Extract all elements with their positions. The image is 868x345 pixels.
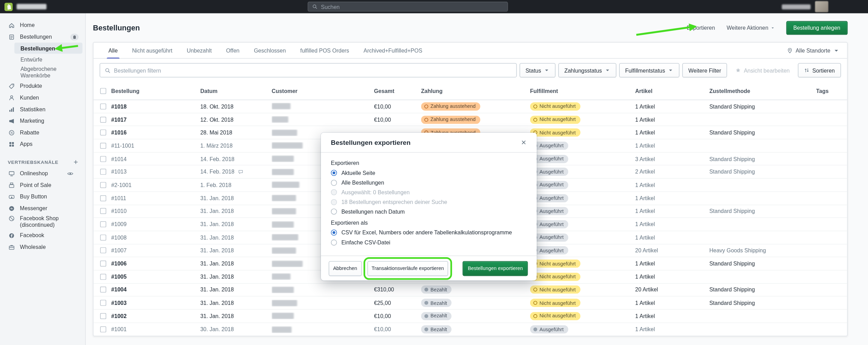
row-checkbox[interactable] — [100, 326, 107, 333]
row-checkbox[interactable] — [100, 287, 107, 293]
order-row-1001[interactable]: #100130. Jan. 2018€10,00BezahltAusgeführ… — [93, 323, 847, 336]
filter-zahlungsstatus-button[interactable]: Zahlungsstatus — [558, 63, 616, 77]
row-checkbox[interactable] — [100, 261, 107, 267]
tab-alle[interactable]: Alle — [101, 43, 125, 58]
sidebar-channel-messenger[interactable]: Messenger — [0, 203, 85, 214]
sidebar-subitem-bestellungen[interactable]: Bestellungen — [15, 43, 83, 54]
export-option-aktuelle-seite[interactable]: Aktuelle Seite — [331, 170, 527, 176]
sidebar-item-statistiken[interactable]: Statistiken — [0, 103, 85, 115]
row-checkbox[interactable] — [100, 248, 107, 254]
radio-button[interactable] — [331, 230, 337, 236]
complete-dot-icon — [424, 288, 428, 292]
export-orders-submit-button[interactable]: Bestellungen exportieren — [463, 261, 528, 276]
modal-close-button[interactable] — [521, 138, 527, 148]
location-filter[interactable]: Alle Standorte — [787, 47, 839, 54]
sidebar-channel-point-of-sale[interactable]: Point of Sale — [0, 179, 85, 191]
caret-down-icon — [544, 67, 550, 73]
row-checkbox[interactable] — [100, 234, 107, 241]
sidebar-item-label: Bestellungen — [20, 34, 71, 40]
row-checkbox[interactable] — [100, 300, 107, 306]
more-filters-button[interactable]: Weitere Filter — [682, 63, 727, 77]
tab-nicht-ausgefuhrt[interactable]: Nicht ausgeführt — [125, 43, 179, 58]
row-checkbox[interactable] — [100, 156, 107, 162]
sidebar-item-marketing[interactable]: Marketing — [0, 115, 85, 127]
format-option-einfache-csv-datei[interactable]: Einfache CSV-Datei — [331, 239, 527, 245]
chevron-down-icon — [770, 26, 774, 29]
column-header-gesamt: Gesamt — [374, 88, 421, 94]
create-order-button[interactable]: Bestellung anlegen — [786, 21, 848, 35]
sidebar-subitem-entwurfe[interactable]: Entwürfe — [0, 54, 85, 65]
search-icon — [104, 67, 111, 73]
radio-button[interactable] — [331, 239, 337, 245]
order-row-1017[interactable]: #101712. Okt. 2018€10,00Zahlung ausstehe… — [93, 113, 847, 127]
badge-label: Nicht ausgeführt — [539, 130, 576, 136]
edit-view-button[interactable]: Ansicht bearbeiten — [730, 63, 795, 77]
order-date: 31. Jan. 2018 — [200, 261, 234, 267]
tab-unbezahlt[interactable]: Unbezahlt — [179, 43, 219, 58]
order-row-1003[interactable]: #100331. Jan. 2018€25,00BezahltNicht aus… — [93, 297, 847, 310]
order-row-1018[interactable]: #101818. Okt. 2018€10,00Zahlung ausstehe… — [93, 100, 847, 113]
page-header: Bestellungen Exportieren Weitere Aktione… — [86, 13, 868, 42]
export-button[interactable]: Exportieren — [687, 25, 715, 31]
radio-button[interactable] — [331, 170, 337, 176]
export-option-bestellungen-nach-datum[interactable]: Bestellungen nach Datum — [331, 208, 527, 215]
orders-search[interactable] — [100, 63, 517, 77]
sidebar-channel-facebook[interactable]: Facebook — [0, 230, 85, 241]
sidebar-channel-facebook-shop-discontinued[interactable]: Facebook Shop (discontinued) — [0, 214, 85, 230]
sidebar-item-apps[interactable]: Apps — [0, 138, 85, 150]
sidebar-channel-onlineshop[interactable]: Onlineshop — [0, 168, 85, 179]
sidebar-item-bestellungen[interactable]: Bestellungen8 — [0, 31, 85, 43]
sort-button[interactable]: Sortieren — [798, 63, 841, 77]
row-checkbox[interactable] — [100, 130, 107, 136]
row-checkbox[interactable] — [100, 143, 107, 149]
row-checkbox[interactable] — [100, 208, 107, 214]
filter-fulfillmentstatus-button[interactable]: Fulfillmentstatus — [619, 63, 680, 77]
format-option-csv-fur-excel-numbers-oder-andere-tabellenkalkulationsprogramme[interactable]: CSV für Excel, Numbers oder andere Tabel… — [331, 230, 527, 236]
tab-geschlossen[interactable]: Geschlossen — [247, 43, 293, 58]
sidebar-channel-buy-button[interactable]: Buy Button — [0, 191, 85, 203]
global-search[interactable] — [308, 2, 508, 12]
export-transactions-button[interactable]: Transaktionsverläufe exportieren — [367, 261, 449, 276]
sidebar-subitem-abgebrochene-warenkorbe[interactable]: Abgebrochene Warenkörbe — [0, 65, 85, 80]
row-checkbox[interactable] — [100, 274, 107, 280]
cancel-button[interactable]: Abbrechen — [329, 261, 361, 276]
sidebar-channel-wholesale[interactable]: Wholesale — [0, 241, 85, 253]
sidebar-item-label: Facebook Shop (discontinued) — [20, 215, 65, 228]
order-row-1004[interactable]: #100431. Jan. 2018€310,00BezahltNicht au… — [93, 283, 847, 297]
sidebar-item-produkte[interactable]: Produkte — [0, 80, 85, 92]
fulfillment-status-badge: Ausgeführt — [530, 325, 568, 334]
store-brand[interactable] — [0, 2, 46, 11]
orders-search-input[interactable] — [114, 67, 512, 73]
row-checkbox[interactable] — [100, 195, 107, 201]
tab-offen[interactable]: Offen — [219, 43, 247, 58]
delivery-method: Standard Shipping — [709, 156, 816, 162]
radio-button[interactable] — [331, 179, 337, 186]
radio-button[interactable] — [331, 208, 337, 215]
row-checkbox[interactable] — [100, 182, 107, 188]
order-items-count: 1 Artikel — [635, 234, 709, 241]
row-checkbox[interactable] — [100, 221, 107, 227]
row-checkbox[interactable] — [100, 313, 107, 319]
row-checkbox[interactable] — [100, 103, 107, 110]
filter-status-button[interactable]: Status — [519, 63, 556, 77]
badge-label: Zahlung ausstehend — [431, 117, 476, 122]
payment-status-badge: Zahlung ausstehend — [421, 102, 480, 111]
row-checkbox[interactable] — [100, 116, 107, 123]
eye-icon[interactable] — [66, 170, 74, 177]
order-row-1002[interactable]: #100231. Jan. 2018€10,00BezahltNicht aus… — [93, 310, 847, 323]
sidebar-item-home[interactable]: Home — [0, 19, 85, 31]
more-actions-button[interactable]: Weitere Aktionen — [727, 25, 774, 31]
sidebar-item-kunden[interactable]: Kunden — [0, 92, 85, 104]
global-search-input[interactable] — [321, 3, 504, 10]
select-all-checkbox[interactable] — [100, 88, 107, 94]
user-menu[interactable] — [782, 1, 828, 12]
row-checkbox[interactable] — [100, 169, 107, 175]
tab-fulfilled-pos-orders[interactable]: fulfilled POS Orders — [293, 43, 356, 58]
order-number: #1003 — [111, 300, 127, 306]
sidebar-item-rabatte[interactable]: Rabatte — [0, 127, 85, 138]
order-number: #1008 — [111, 234, 127, 241]
add-sales-channel-button[interactable] — [73, 159, 79, 165]
export-option-alle-bestellungen[interactable]: Alle Bestellungen — [331, 179, 527, 186]
tab-archived-fulfilled-pos[interactable]: Archived+Fulfilled+POS — [356, 43, 429, 58]
badge-label: Ausgeführt — [539, 195, 564, 201]
